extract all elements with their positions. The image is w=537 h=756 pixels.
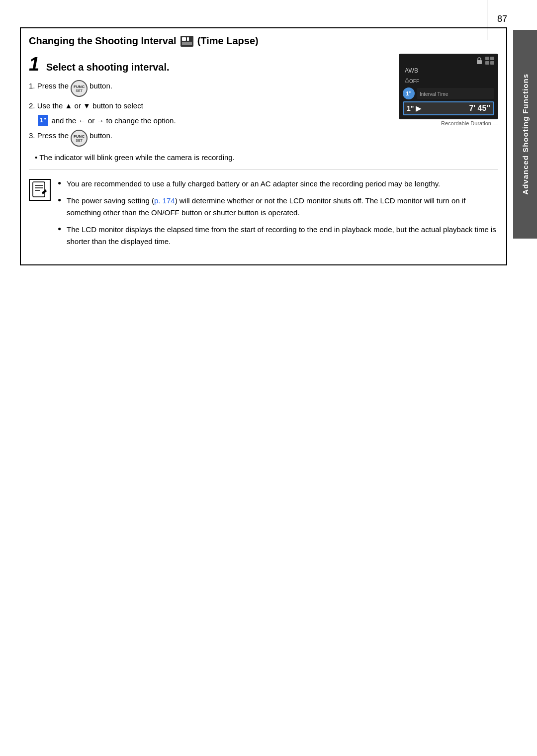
svg-rect-4 (477, 60, 482, 64)
step-row: 1 Select a shooting interval. 1. Press t… (29, 54, 498, 164)
func-btn-3: FUNC SET (71, 130, 88, 147)
note-icon-svg (32, 181, 48, 198)
note-2: The power saving setting (p. 174) will d… (58, 195, 498, 219)
section-title-text: Changing the Shooting Interval (29, 35, 177, 47)
grid-icon (485, 57, 494, 65)
instr3-suffix: button. (90, 130, 112, 142)
svg-rect-5 (485, 57, 489, 60)
svg-rect-9 (33, 182, 45, 197)
instructions: 1. Press the FUNC SET button. 2. Use the… (29, 80, 391, 164)
instr3-prefix: 3. Press the (29, 130, 69, 142)
notes-list: You are recommended to use a fully charg… (58, 178, 498, 252)
instr2-prefix: 2. Use the ▲ or ▼ button to select (29, 100, 143, 112)
step-heading: 1 Select a shooting interval. (29, 54, 391, 75)
section-box: Changing the Shooting Interval (Time Lap… (20, 27, 507, 265)
instr1-prefix: 1. Press the (29, 80, 69, 92)
svg-rect-2 (187, 37, 189, 41)
func-btn-1: FUNC SET (71, 80, 88, 97)
svg-rect-3 (182, 42, 192, 45)
sidebar-label: Advanced Shooting Functions (521, 74, 530, 195)
note-icon (29, 179, 51, 201)
camera-screen-wrapper: AWB △OFF 1" Interval Time 1" ▶ 7' 45" (399, 54, 498, 126)
menu-item-off: △OFF (403, 76, 494, 84)
interval-time-label: Interval Time (417, 88, 494, 99)
selected-1-badge: 1" (403, 87, 415, 99)
svg-rect-1 (182, 37, 186, 41)
divider (29, 169, 498, 170)
svg-rect-7 (485, 61, 489, 65)
section-title: Changing the Shooting Interval (Time Lap… (29, 35, 498, 47)
menu-item-awb: AWB (403, 67, 494, 75)
camera-menu-row: AWB △OFF (403, 67, 494, 84)
sidebar: Advanced Shooting Functions (513, 30, 537, 239)
svg-rect-8 (490, 61, 494, 65)
recordable-label: Recordable Duration — (399, 120, 498, 126)
note-3: The LCD monitor displays the elapsed tim… (58, 224, 498, 248)
interval-bar: 1" ▶ 7' 45" (403, 101, 494, 115)
timelapse-icon (180, 36, 193, 47)
section-title-suffix: (Time Lapse) (197, 35, 259, 47)
interval-value: 1" ▶ (407, 104, 421, 112)
note-1: You are recommended to use a fully charg… (58, 178, 498, 190)
highlight-1: 1" (38, 115, 48, 126)
note-2-link: p. 174 (154, 196, 175, 205)
instr1-suffix: button. (90, 80, 112, 92)
svg-rect-6 (490, 57, 494, 60)
lock-icon (475, 57, 483, 65)
camera-screen: AWB △OFF 1" Interval Time 1" ▶ 7' 45" (399, 54, 498, 119)
page-number: 87 (497, 14, 507, 24)
note-2-before: The power saving setting ( (67, 196, 154, 205)
note-box: You are recommended to use a fully charg… (29, 176, 498, 254)
note-indicator: • The indicator will blink green while t… (29, 152, 391, 164)
step-number: 1 (29, 54, 39, 75)
instruction-3: 3. Press the FUNC SET button. (29, 130, 391, 147)
instruction-2: 2. Use the ▲ or ▼ button to select (29, 100, 391, 112)
step-heading-text: Select a shooting interval. (46, 62, 170, 73)
selected-row: 1" Interval Time (403, 87, 494, 99)
instr2-mid: and the ← or → to change the option. (51, 115, 176, 127)
interval-duration: 7' 45" (469, 104, 490, 113)
note-3-text: The LCD monitor displays the elapsed tim… (67, 225, 496, 246)
note-indicator-text: • The indicator will blink green while t… (35, 153, 235, 162)
camera-screen-top (403, 57, 494, 65)
instruction-1: 1. Press the FUNC SET button. (29, 80, 391, 97)
step-content: 1 Select a shooting interval. 1. Press t… (29, 54, 391, 164)
instruction-2b: 1" and the ← or → to change the option. (29, 115, 391, 127)
main-content: Changing the Shooting Interval (Time Lap… (20, 27, 507, 274)
note-1-text: You are recommended to use a fully charg… (67, 179, 440, 188)
